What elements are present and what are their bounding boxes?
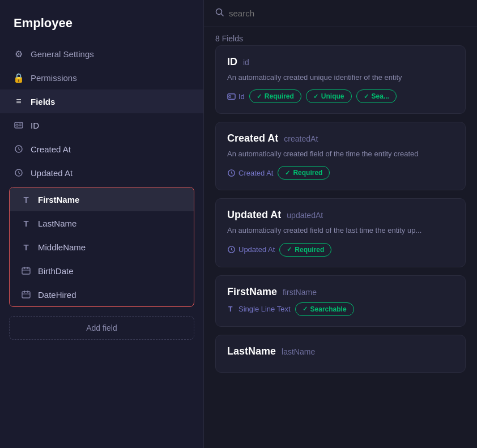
sidebar-item-birthdate[interactable]: BirthDate xyxy=(10,259,194,283)
sidebar-field-label: FirstName xyxy=(38,195,79,204)
field-card-key: updatedAt xyxy=(287,211,323,220)
field-type: Created At xyxy=(227,169,273,177)
fields-count: 8 Fields xyxy=(204,27,477,45)
field-card-updatedat: Updated At updatedAt An automatically cr… xyxy=(215,198,466,267)
search-bar xyxy=(204,0,477,27)
field-card-desc: An automatically created field of the ti… xyxy=(227,149,454,159)
sidebar-field-label: BirthDate xyxy=(38,266,74,276)
field-card-badges: T Single Line Text ✓ Searchable xyxy=(227,302,454,316)
search-input[interactable] xyxy=(229,8,466,18)
calendar-icon xyxy=(21,266,31,276)
sidebar-item-firstname[interactable]: T FirstName xyxy=(10,187,194,211)
sidebar-item-general-settings[interactable]: ⚙ General Settings xyxy=(0,42,203,66)
badge-searchable: ✓ Searchable xyxy=(295,302,354,316)
field-type: Id xyxy=(227,92,245,101)
sidebar-item-datehired[interactable]: DateHired xyxy=(10,283,194,306)
lock-icon: 🔒 xyxy=(14,72,24,83)
badge-searchable: ✓ Sea... xyxy=(356,89,397,103)
sidebar-item-label: General Settings xyxy=(31,49,94,59)
field-card-title: ID xyxy=(227,56,237,68)
sidebar: Employee ⚙ General Settings 🔒 Permission… xyxy=(0,0,204,448)
field-card-desc: An automatically created field of the la… xyxy=(227,225,454,236)
field-card-header: Updated At updatedAt xyxy=(227,209,454,221)
sidebar-item-middlename[interactable]: T MiddleName xyxy=(10,235,194,259)
field-card-createdat: Created At createdAt An automatically cr… xyxy=(215,122,466,190)
sidebar-field-label: MiddleName xyxy=(38,242,86,252)
badge-required: ✓ Required xyxy=(279,243,331,257)
sidebar-field-label: LastName xyxy=(38,219,76,228)
plain-fields-list: ID Created At Updated At xyxy=(0,113,203,185)
grouped-fields: T FirstName T LastName T MiddleName Birt… xyxy=(9,187,194,307)
field-card-badges: Id ✓ Required ✓ Unique ✓ Sea... xyxy=(227,89,454,103)
sidebar-item-id[interactable]: ID xyxy=(0,113,203,137)
field-card-header: FirstName firstName xyxy=(227,286,454,298)
sidebar-item-label: Permissions xyxy=(31,73,77,83)
text-icon: T xyxy=(21,218,31,228)
list-icon: ≡ xyxy=(14,96,24,106)
sidebar-item-updatedat[interactable]: Updated At xyxy=(0,161,203,185)
sidebar-field-label: Created At xyxy=(31,144,71,154)
fields-list: ID id An automatically created unique id… xyxy=(204,45,477,448)
sidebar-item-label: Fields xyxy=(31,97,55,106)
text-icon: T xyxy=(21,242,31,252)
field-card-header: LastName lastName xyxy=(227,345,454,357)
field-type: T Single Line Text xyxy=(227,305,291,313)
sidebar-item-createdat[interactable]: Created At xyxy=(0,137,203,161)
svg-point-17 xyxy=(229,95,231,97)
field-card-id: ID id An automatically created unique id… xyxy=(215,45,466,114)
field-card-title: LastName xyxy=(227,345,276,357)
field-type: Updated At xyxy=(227,245,275,254)
field-card-key: firstName xyxy=(283,288,317,297)
sidebar-item-fields[interactable]: ≡ Fields xyxy=(0,89,203,113)
search-icon xyxy=(215,8,224,19)
clock-icon xyxy=(14,168,24,178)
field-card-title: Updated At xyxy=(227,209,281,221)
field-card-badges: Created At ✓ Required xyxy=(227,166,454,180)
field-card-title: FirstName xyxy=(227,286,277,298)
svg-rect-10 xyxy=(22,292,30,298)
badge-unique: ✓ Unique xyxy=(306,89,352,103)
svg-point-1 xyxy=(16,124,18,126)
field-card-header: Created At createdAt xyxy=(227,133,454,144)
sidebar-field-label: ID xyxy=(31,121,39,130)
field-card-title: Created At xyxy=(227,133,278,144)
field-card-key: id xyxy=(243,58,249,67)
app-title: Employee xyxy=(0,0,203,42)
sidebar-item-lastname[interactable]: T LastName xyxy=(10,211,194,235)
svg-rect-6 xyxy=(22,268,30,274)
text-icon: T xyxy=(21,194,31,204)
gear-icon: ⚙ xyxy=(14,49,24,59)
sidebar-field-label: DateHired xyxy=(38,290,76,300)
field-card-firstname: FirstName firstName T Single Line Text ✓… xyxy=(215,275,466,327)
sidebar-field-label: Updated At xyxy=(31,168,73,178)
calendar-icon xyxy=(21,289,31,300)
field-card-key: lastName xyxy=(282,347,315,356)
field-card-key: createdAt xyxy=(284,134,318,143)
field-card-header: ID id xyxy=(227,56,454,68)
id-icon xyxy=(14,120,24,130)
badge-required: ✓ Required xyxy=(278,166,330,180)
add-field-button[interactable]: Add field xyxy=(9,316,194,340)
sidebar-item-permissions[interactable]: 🔒 Permissions xyxy=(0,66,203,89)
svg-text:T: T xyxy=(228,305,233,313)
clock-icon xyxy=(14,144,24,154)
main-panel: 8 Fields ID id An automatically created … xyxy=(204,0,477,448)
field-card-badges: Updated At ✓ Required xyxy=(227,243,454,257)
field-card-desc: An automatically created unique identifi… xyxy=(227,72,454,83)
badge-required: ✓ Required xyxy=(249,89,301,103)
svg-line-15 xyxy=(222,14,224,16)
field-card-lastname: LastName lastName xyxy=(215,335,466,373)
